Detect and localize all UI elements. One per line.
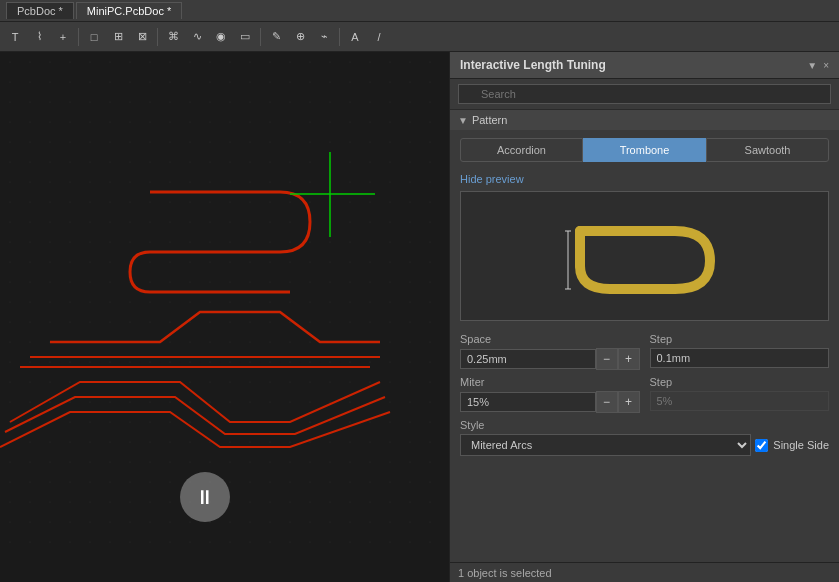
- space-plus-btn[interactable]: +: [618, 348, 640, 370]
- section-arrow-icon: ▼: [458, 115, 468, 126]
- toolbar-sep-2: [157, 28, 158, 46]
- properties-panel: Interactive Length Tuning ▼ × 🔍 ▼ Patter…: [449, 52, 839, 582]
- single-side-checkbox[interactable]: [755, 439, 768, 452]
- toolbar-btn-measure[interactable]: ⌁: [313, 26, 335, 48]
- tab-trombone[interactable]: Trombone: [583, 138, 706, 162]
- miter-label: Miter: [460, 376, 640, 388]
- props-header-icons: ▼ ×: [807, 60, 829, 71]
- step1-input-row: [650, 348, 830, 368]
- status-text: 1 object is selected: [458, 567, 552, 579]
- step1-label: Step: [650, 333, 830, 345]
- props-title: Interactive Length Tuning: [460, 58, 606, 72]
- top-bar: PcbDoc * MiniPC.PcbDoc *: [0, 0, 839, 22]
- miter-input[interactable]: [460, 392, 596, 412]
- step2-group: Step 5%: [650, 376, 830, 413]
- toolbar-btn-cmd[interactable]: ⌘: [162, 26, 184, 48]
- toolbar-btn-text[interactable]: T: [4, 26, 26, 48]
- miter-input-row: − +: [460, 391, 640, 413]
- pcb-canvas[interactable]: ⏸: [0, 52, 449, 582]
- step1-input[interactable]: [650, 348, 830, 368]
- space-input[interactable]: [460, 349, 596, 369]
- space-input-row: − +: [460, 348, 640, 370]
- tab-sawtooth[interactable]: Sawtooth: [706, 138, 829, 162]
- toolbar: T ⌇ + □ ⊞ ⊠ ⌘ ∿ ◉ ▭ ✎ ⊕ ⌁ A /: [0, 22, 839, 52]
- pause-button[interactable]: ⏸: [180, 472, 230, 522]
- props-header: Interactive Length Tuning ▼ ×: [450, 52, 839, 79]
- trombone-preview-svg: [555, 201, 735, 311]
- tab-accordion[interactable]: Accordion: [460, 138, 583, 162]
- space-step-row: Space − + Step: [460, 333, 829, 370]
- toolbar-btn-plus[interactable]: +: [52, 26, 74, 48]
- toolbar-btn-pencil[interactable]: ✎: [265, 26, 287, 48]
- toolbar-sep-4: [339, 28, 340, 46]
- step1-group: Step: [650, 333, 830, 370]
- miter-step-row: Miter − + Step 5%: [460, 376, 829, 413]
- tab-pcbdoc[interactable]: PcbDoc *: [6, 2, 74, 19]
- style-label: Style: [460, 419, 829, 431]
- step2-value: 5%: [650, 391, 830, 411]
- hide-preview-link[interactable]: Hide preview: [460, 173, 524, 185]
- svg-rect-2: [0, 52, 449, 552]
- preview-section: Hide preview: [450, 168, 839, 329]
- pattern-tabs: Accordion Trombone Sawtooth: [460, 138, 829, 162]
- miter-group: Miter − +: [460, 376, 640, 413]
- toolbar-sep-3: [260, 28, 261, 46]
- style-select-wrap: Mitered Arcs Single Side: [460, 434, 829, 456]
- pin-icon[interactable]: ×: [823, 60, 829, 71]
- toolbar-btn-text2[interactable]: A: [344, 26, 366, 48]
- status-bar: 1 object is selected: [450, 562, 839, 582]
- space-minus-btn[interactable]: −: [596, 348, 618, 370]
- step2-label: Step: [650, 376, 830, 388]
- style-row: Style Mitered Arcs Single Side: [460, 419, 829, 456]
- toolbar-btn-circle[interactable]: ◉: [210, 26, 232, 48]
- tab-minipc[interactable]: MiniPC.PcbDoc *: [76, 2, 182, 19]
- toolbar-btn-rect[interactable]: □: [83, 26, 105, 48]
- props-body: ▼ Pattern Accordion Trombone Sawtooth Hi…: [450, 110, 839, 562]
- preview-box: [460, 191, 829, 321]
- toolbar-btn-route[interactable]: ⌇: [28, 26, 50, 48]
- toolbar-sep-1: [78, 28, 79, 46]
- toolbar-btn-cross[interactable]: ⊠: [131, 26, 153, 48]
- miter-plus-btn[interactable]: +: [618, 391, 640, 413]
- toolbar-btn-drc[interactable]: ⊕: [289, 26, 311, 48]
- search-wrap: 🔍: [458, 84, 831, 104]
- style-select[interactable]: Mitered Arcs: [460, 434, 751, 456]
- space-label: Space: [460, 333, 640, 345]
- search-input[interactable]: [458, 84, 831, 104]
- single-side-wrap: Single Side: [755, 439, 829, 452]
- step2-input-row: 5%: [650, 391, 830, 411]
- single-side-label: Single Side: [773, 439, 829, 451]
- miter-minus-btn[interactable]: −: [596, 391, 618, 413]
- section-pattern-label: Pattern: [472, 114, 507, 126]
- pause-icon: ⏸: [195, 486, 215, 509]
- space-group: Space − +: [460, 333, 640, 370]
- toolbar-btn-wave[interactable]: ∿: [186, 26, 208, 48]
- toolbar-btn-rect2[interactable]: ▭: [234, 26, 256, 48]
- fields-section: Space − + Step: [450, 329, 839, 466]
- props-search-area: 🔍: [450, 79, 839, 110]
- section-pattern-header[interactable]: ▼ Pattern: [450, 110, 839, 130]
- filter-icon[interactable]: ▼: [807, 60, 817, 71]
- toolbar-btn-grid[interactable]: ⊞: [107, 26, 129, 48]
- toolbar-btn-line[interactable]: /: [368, 26, 390, 48]
- main-area: ⏸ Interactive Length Tuning ▼ × 🔍 ▼ Patt…: [0, 52, 839, 582]
